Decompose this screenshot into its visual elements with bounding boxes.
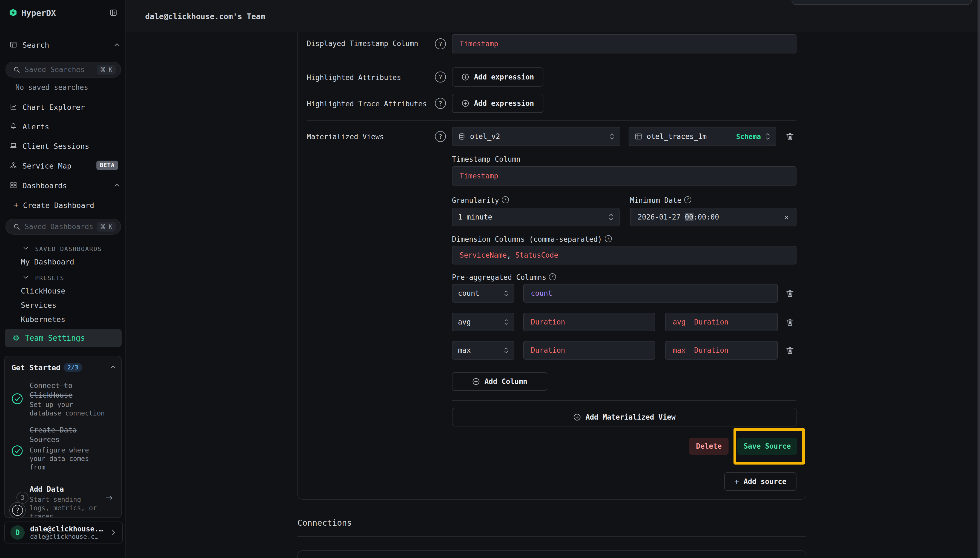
table-icon	[635, 133, 642, 140]
help-circle-icon[interactable]: ?	[435, 131, 446, 142]
get-started-step-desc: Configure where your data comes from	[29, 446, 89, 472]
aggfn-select[interactable]: avg	[452, 313, 514, 332]
mv-database-value: otel_v2	[470, 132, 500, 141]
chevron-down-icon[interactable]	[23, 246, 28, 252]
divider	[307, 60, 797, 60]
aggfn-select[interactable]: count	[452, 284, 514, 303]
dimension-columns-label: Dimension Columns (comma-separated)?	[452, 235, 612, 243]
shortcut-badge: ⌘ K	[97, 222, 116, 231]
team-settings-label: Team Settings	[25, 333, 85, 343]
sidebar-item-my-dashboard[interactable]: My Dashboard	[21, 258, 74, 266]
presets-section-header[interactable]: PRESETS	[35, 275, 64, 281]
add-materialized-view-button[interactable]: Add Materialized View	[452, 408, 797, 427]
help-circle-icon[interactable]: ?	[435, 72, 446, 82]
get-started-step-title[interactable]: Create Data Sources	[29, 425, 77, 445]
circle-plus-icon	[461, 99, 470, 107]
agg-expression-input[interactable]: Duration	[523, 313, 655, 332]
create-dashboard-button[interactable]: Create Dashboard	[23, 201, 94, 210]
saved-dashboards-section-header[interactable]: SAVED DASHBOARDS	[35, 246, 102, 253]
add-expression-button[interactable]: Add expression	[452, 94, 543, 113]
agg-expression-input[interactable]: count	[523, 284, 778, 303]
sidebar-item-services[interactable]: Services	[21, 301, 56, 309]
chevron-up-icon[interactable]	[114, 182, 120, 189]
clear-date-icon[interactable]: ✕	[784, 213, 789, 222]
sidebar-item-client-sessions[interactable]: Client Sessions	[23, 142, 89, 151]
minimum-date-prefix: 2026-01-27	[638, 213, 685, 221]
info-circle-icon[interactable]: ?	[502, 196, 509, 204]
aggfn-select[interactable]: max	[452, 341, 514, 359]
displayed-timestamp-label: Displayed Timestamp Column	[307, 39, 418, 48]
trash-icon	[785, 289, 795, 298]
user-account-button[interactable]: D dale@clickhouse.… dale@clickhouse.c…	[4, 522, 123, 543]
agg-alias-input[interactable]: avg__Duration	[665, 313, 778, 332]
get-started-step-title[interactable]: Connect to ClickHouse	[29, 381, 73, 400]
check-circle-icon	[11, 392, 24, 406]
delete-mv-button[interactable]	[784, 130, 796, 143]
collapsed-panel-edge	[792, 0, 972, 5]
get-started-step-desc: Set up your database connection	[29, 401, 105, 418]
chevron-up-icon[interactable]	[110, 364, 116, 371]
dashboards-icon	[10, 181, 17, 190]
get-started-step-title[interactable]: Add Data	[29, 485, 64, 493]
divider	[298, 536, 807, 537]
mv-table-value: otel_traces_1m	[647, 132, 707, 141]
saved-searches-input[interactable]: Saved Searches ⌘ K	[5, 62, 121, 77]
info-circle-icon[interactable]: ?	[549, 273, 556, 281]
add-column-button[interactable]: Add Column	[452, 372, 547, 391]
plus-icon: +	[734, 477, 739, 486]
info-circle-icon[interactable]: ?	[605, 235, 612, 242]
sidebar-item-clickhouse[interactable]: ClickHouse	[21, 287, 65, 295]
sidebar-item-service-map[interactable]: Service Map	[23, 162, 72, 170]
beta-badge: BETA	[97, 161, 118, 170]
collapse-sidebar-icon[interactable]	[110, 9, 117, 18]
agg-alias-input[interactable]: max__Duration	[665, 341, 778, 359]
sidebar-item-alerts[interactable]: Alerts	[23, 123, 49, 131]
agg-alias-value: avg__Duration	[673, 318, 728, 326]
minimum-date-suffix: :00:00	[694, 213, 719, 221]
delete-column-button[interactable]	[784, 344, 796, 356]
chevron-up-icon[interactable]	[114, 42, 120, 49]
help-circle-icon[interactable]: ?	[435, 98, 446, 109]
sidebar-item-team-settings[interactable]: ⚙ Team Settings	[5, 329, 122, 347]
dimension-columns-input[interactable]: ServiceName, StatusCode	[452, 246, 797, 264]
user-name: dale@clickhouse.…	[30, 525, 105, 533]
sidebar-item-dashboards[interactable]: Dashboards	[23, 181, 67, 190]
help-button[interactable]: ?	[9, 502, 26, 519]
save-source-button[interactable]: Save Source	[737, 438, 797, 455]
dimension-value-2: StatusCode	[515, 251, 558, 259]
scrollbar[interactable]	[978, 0, 980, 558]
progress-badge: 2/3	[64, 363, 82, 372]
info-circle-icon[interactable]: ?	[684, 196, 691, 204]
sidebar-item-search[interactable]: Search	[23, 41, 49, 49]
schema-badge[interactable]: Schema	[736, 133, 761, 141]
materialized-views-label: Materialized Views	[307, 133, 384, 141]
delete-column-button[interactable]	[784, 287, 796, 299]
displayed-timestamp-input[interactable]: Timestamp	[452, 34, 797, 53]
sidebar-item-chart-explorer[interactable]: Chart Explorer	[23, 103, 85, 112]
connections-title: Connections	[298, 518, 352, 528]
minimum-date-input[interactable]: 2026-01-27 00:00:00 ✕	[630, 208, 797, 226]
top-bar: dale@clickhouse.com's Team	[126, 0, 980, 32]
agg-expression-input[interactable]: Duration	[523, 341, 655, 359]
add-source-button[interactable]: + Add source	[724, 472, 797, 491]
database-icon	[458, 133, 466, 140]
chevron-down-icon[interactable]	[23, 275, 28, 281]
gear-icon: ⚙	[13, 333, 20, 343]
arrow-right-icon: →	[106, 493, 113, 502]
displayed-timestamp-value: Timestamp	[460, 40, 498, 48]
delete-source-button[interactable]: Delete	[689, 438, 728, 455]
sidebar-item-kubernetes[interactable]: Kubernetes	[21, 315, 65, 324]
aggfn-value: count	[458, 289, 479, 297]
saved-dashboards-input[interactable]: Saved Dashboards ⌘ K	[5, 219, 121, 235]
granularity-select[interactable]: 1 minute	[452, 208, 620, 226]
mv-table-select[interactable]: otel_traces_1m Schema	[628, 127, 776, 146]
help-circle-icon[interactable]: ?	[435, 38, 446, 49]
delete-column-button[interactable]	[784, 316, 796, 328]
agg-expression-value: count	[531, 289, 552, 297]
trash-icon	[785, 346, 795, 355]
timestamp-column-input[interactable]: Timestamp	[452, 166, 797, 185]
mv-database-select[interactable]: otel_v2	[452, 127, 620, 146]
divider	[452, 400, 797, 401]
add-expression-button[interactable]: Add expression	[452, 67, 543, 87]
trash-icon	[785, 317, 795, 327]
